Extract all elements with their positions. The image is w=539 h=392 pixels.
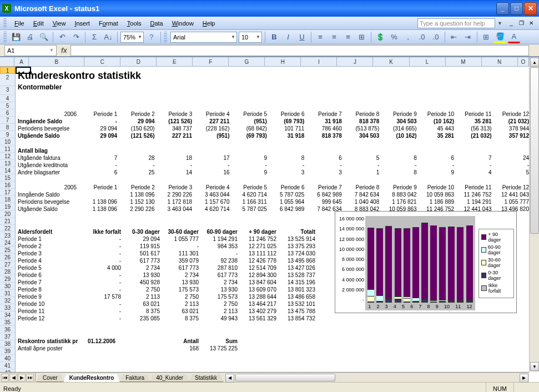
bold-button[interactable]: B: [268, 31, 280, 43]
inc-decimal-button[interactable]: .0: [416, 31, 428, 43]
row-header[interactable]: 3: [0, 86, 15, 95]
help-dropdown-icon[interactable]: ▼: [497, 21, 502, 26]
row-header[interactable]: 22: [0, 225, 15, 232]
row-header[interactable]: 27: [0, 261, 15, 268]
menu-insert[interactable]: Insert: [70, 18, 94, 28]
row-header[interactable]: 38: [0, 340, 15, 348]
row-header[interactable]: 32: [0, 297, 15, 304]
row-header[interactable]: 40: [0, 355, 15, 362]
align-right-button[interactable]: ≡: [342, 31, 354, 43]
currency-button[interactable]: 💲: [374, 31, 386, 43]
sheet-tab[interactable]: Faktura: [119, 374, 150, 382]
tab-first-button[interactable]: ⏮: [1, 374, 9, 381]
row-header[interactable]: 5: [0, 102, 15, 109]
grip-icon[interactable]: [164, 32, 167, 43]
horizontal-scrollbar[interactable]: ◀ ▶: [225, 373, 529, 382]
col-header-O[interactable]: O: [518, 57, 529, 66]
minimize-button[interactable]: _: [496, 2, 509, 15]
col-header-F[interactable]: F: [193, 57, 229, 66]
row-header[interactable]: 13: [0, 160, 15, 167]
row-header[interactable]: 7: [0, 117, 15, 124]
menu-window[interactable]: Window: [168, 18, 198, 28]
row-header[interactable]: 24: [0, 239, 15, 247]
sort-button[interactable]: A↓: [102, 31, 114, 43]
row-header[interactable]: 18: [0, 196, 15, 203]
print-button[interactable]: 🖨: [24, 31, 36, 43]
col-header-H[interactable]: H: [265, 57, 301, 66]
help-button[interactable]: ?: [145, 31, 158, 43]
cells-grid[interactable]: Kundereskontro statistikk Kontormøbler 2…: [16, 67, 529, 372]
tab-last-button[interactable]: ⏭: [26, 374, 34, 381]
scroll-thumb[interactable]: [530, 67, 539, 234]
sheet-tab[interactable]: Cover: [37, 374, 64, 382]
col-header-D[interactable]: D: [120, 57, 157, 66]
col-header-E[interactable]: E: [157, 57, 193, 66]
tab-next-button[interactable]: ▶: [18, 374, 26, 381]
name-box[interactable]: A1▼: [4, 45, 57, 56]
row-header[interactable]: 23: [0, 232, 15, 239]
row-header[interactable]: 19: [0, 203, 15, 210]
grip-icon[interactable]: [3, 32, 7, 43]
menu-tools[interactable]: Tools: [123, 18, 146, 28]
scroll-right-button[interactable]: ▶: [520, 374, 528, 383]
menu-view[interactable]: View: [48, 18, 70, 28]
row-header[interactable]: 33: [0, 304, 15, 311]
help-input[interactable]: [417, 18, 495, 28]
merge-button[interactable]: ⊞: [356, 31, 368, 43]
autosum-button[interactable]: Σ: [88, 31, 100, 43]
save-button[interactable]: 💾: [10, 31, 22, 43]
row-header[interactable]: 4: [0, 95, 15, 102]
doc-minimize-icon[interactable]: _: [507, 19, 516, 27]
col-header-A[interactable]: A: [14, 57, 29, 66]
tab-prev-button[interactable]: ◀: [9, 374, 17, 381]
borders-button[interactable]: ⊞: [480, 31, 492, 43]
row-header[interactable]: 39: [0, 348, 15, 355]
row-header[interactable]: 21: [0, 218, 15, 225]
col-header-G[interactable]: G: [229, 57, 265, 66]
fillcolor-button[interactable]: 🪣: [494, 31, 506, 43]
col-header-C[interactable]: C: [84, 57, 120, 66]
row-header[interactable]: 30: [0, 283, 15, 290]
row-header[interactable]: 41: [0, 362, 15, 369]
fontcolor-button[interactable]: A: [508, 31, 520, 43]
scroll-up-button[interactable]: ▲: [530, 58, 539, 67]
row-header[interactable]: 31: [0, 290, 15, 297]
row-header[interactable]: 17: [0, 189, 15, 196]
row-header[interactable]: 20: [0, 210, 15, 218]
row-header[interactable]: 14: [0, 167, 15, 174]
row-header[interactable]: 35: [0, 319, 15, 326]
row-header[interactable]: 2: [0, 74, 15, 86]
row-header[interactable]: 10: [0, 138, 15, 145]
row-header[interactable]: 9: [0, 131, 15, 138]
row-header[interactable]: 37: [0, 333, 15, 340]
redo-button[interactable]: ↷: [70, 31, 82, 43]
row-header[interactable]: 26: [0, 254, 15, 261]
col-header-B[interactable]: B: [29, 57, 84, 66]
doc-close-icon[interactable]: ✕: [527, 19, 536, 27]
doc-restore-icon[interactable]: ❐: [517, 19, 526, 27]
row-header[interactable]: 6: [0, 109, 15, 117]
menu-edit[interactable]: Edit: [29, 18, 48, 28]
font-combo[interactable]: Arial▼: [170, 32, 237, 43]
underline-button[interactable]: U: [296, 31, 308, 43]
formula-input[interactable]: [70, 45, 529, 56]
hscroll-thumb[interactable]: [235, 374, 335, 381]
fontsize-combo[interactable]: 10▼: [239, 32, 262, 43]
sheet-tab[interactable]: KundeReskontro: [63, 374, 120, 382]
zoom-combo[interactable]: 75%▼: [120, 32, 144, 43]
row-header[interactable]: 8: [0, 124, 15, 131]
grip-icon[interactable]: [3, 18, 7, 28]
close-button[interactable]: ✕: [524, 2, 537, 15]
maximize-button[interactable]: □: [510, 2, 523, 15]
dec-indent-button[interactable]: ⇤: [448, 31, 460, 43]
menu-format[interactable]: Format: [94, 18, 123, 28]
comma-button[interactable]: ,: [402, 31, 414, 43]
column-headers[interactable]: ABCDEFGHIJKLMNO: [0, 57, 529, 67]
row-header[interactable]: 25: [0, 247, 15, 254]
embedded-chart[interactable]: 16 000 00014 000 00012 000 00010 000 000…: [335, 211, 517, 313]
align-left-button[interactable]: ≡: [314, 31, 326, 43]
undo-button[interactable]: ↶: [56, 31, 68, 43]
menu-data[interactable]: Data: [145, 18, 167, 28]
sheet-tab[interactable]: Statistikk: [189, 374, 223, 382]
col-header-I[interactable]: I: [301, 57, 337, 66]
